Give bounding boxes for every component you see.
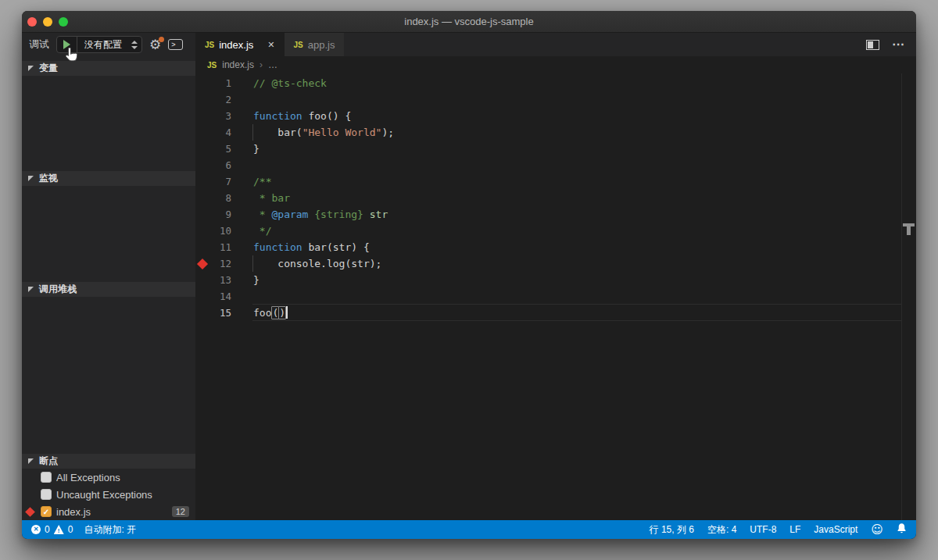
code-line-4[interactable]: 4 bar("Hello World"); — [195, 124, 916, 141]
code-line-3[interactable]: 3function foo() { — [195, 108, 916, 124]
problems-status[interactable]: 0 0 — [31, 524, 73, 535]
breakpoint-gutter[interactable] — [195, 190, 209, 206]
bell-icon[interactable] — [897, 523, 907, 537]
breakpoint-item[interactable]: Uncaught Exceptions — [22, 486, 195, 503]
split-editor-icon[interactable] — [866, 40, 879, 50]
code-text[interactable]: console.log(str); — [253, 255, 381, 272]
code-line-13[interactable]: 13} — [195, 272, 916, 288]
eol-status[interactable]: LF — [789, 524, 800, 535]
breakpoint-gutter[interactable] — [195, 75, 209, 91]
line-number[interactable]: 3 — [209, 108, 231, 124]
line-number[interactable]: 5 — [209, 141, 231, 157]
code-line-1[interactable]: 1// @ts-check — [195, 75, 916, 91]
section-title: 断点 — [39, 455, 58, 468]
code-text[interactable]: } — [253, 141, 260, 157]
code-line-7[interactable]: 7/** — [195, 173, 916, 190]
breadcrumb-file[interactable]: index.js — [222, 59, 254, 70]
breakpoint-gutter[interactable] — [195, 223, 209, 239]
code-line-9[interactable]: 9 * @param {string} str — [195, 206, 916, 223]
encoding-status[interactable]: UTF-8 — [750, 524, 776, 535]
close-window-button[interactable] — [27, 17, 37, 27]
feedback-smiley-icon[interactable]: ☺ — [871, 524, 883, 536]
line-number[interactable]: 15 — [209, 305, 231, 321]
breakpoint-gutter[interactable] — [195, 255, 209, 272]
code-line-10[interactable]: 10 */ — [195, 223, 916, 239]
close-tab-icon[interactable]: ✕ — [267, 40, 274, 50]
code-text[interactable]: function foo() { — [253, 108, 351, 124]
code-text[interactable]: } — [253, 272, 260, 288]
code-text[interactable]: bar("Hello World"); — [253, 124, 394, 141]
breakpoint-gutter[interactable] — [195, 91, 209, 108]
code-line-15[interactable]: 15foo() — [195, 305, 916, 321]
count-badge: 12 — [172, 506, 189, 517]
code-text[interactable]: * @param {string} str — [253, 206, 388, 223]
code-line-5[interactable]: 5} — [195, 141, 916, 157]
breakpoint-gutter[interactable] — [195, 305, 209, 321]
breakpoint-gutter[interactable] — [195, 206, 209, 223]
minimize-window-button[interactable] — [43, 17, 52, 27]
breakpoint-gutter[interactable] — [195, 124, 209, 141]
code-line-6[interactable]: 6 — [195, 157, 916, 173]
line-number[interactable]: 7 — [209, 173, 231, 190]
code-text[interactable]: foo() — [253, 305, 288, 321]
overview-ruler[interactable] — [901, 73, 916, 520]
code-text[interactable]: function bar(str) { — [253, 239, 370, 255]
dropdown-stepper-icon[interactable] — [129, 41, 141, 49]
breakpoint-checkbox[interactable] — [41, 472, 52, 483]
breakpoint-checkbox[interactable] — [41, 489, 52, 500]
breakpoint-gutter[interactable] — [195, 141, 209, 157]
indentation-status[interactable]: 空格: 4 — [707, 523, 736, 537]
breakpoint-item[interactable]: All Exceptions — [22, 469, 195, 486]
code-editor[interactable]: 1// @ts-check23function foo() {4 bar("He… — [195, 73, 916, 520]
code-line-8[interactable]: 8 * bar — [195, 190, 916, 206]
configure-gear-button[interactable]: ⚙ — [149, 38, 161, 52]
breakpoint-checkbox[interactable]: ✓ — [41, 506, 52, 517]
tab-index-js[interactable]: JS index.js ✕ — [195, 33, 285, 56]
section-header-breakpoints[interactable]: 断点 — [22, 454, 195, 469]
breakpoint-gutter[interactable] — [195, 272, 209, 288]
cursor-position-status[interactable]: 行 15, 列 6 — [650, 523, 694, 537]
line-number[interactable]: 14 — [209, 288, 231, 305]
line-number[interactable]: 2 — [209, 91, 231, 108]
line-number[interactable]: 6 — [209, 157, 231, 173]
breakpoint-gutter[interactable] — [195, 173, 209, 190]
section-header-callstack[interactable]: 调用堆栈 — [22, 282, 195, 297]
watch-panel[interactable] — [22, 186, 195, 282]
code-text[interactable]: */ — [253, 223, 271, 239]
line-number[interactable]: 9 — [209, 206, 231, 223]
code-line-14[interactable]: 14 — [195, 288, 916, 305]
code-text[interactable]: /** — [253, 173, 271, 190]
code-text[interactable]: * bar — [253, 190, 290, 206]
line-number[interactable]: 1 — [209, 75, 231, 91]
code-text[interactable]: // @ts-check — [253, 75, 327, 91]
breadcrumb[interactable]: JS index.js › … — [195, 56, 916, 73]
zoom-window-button[interactable] — [59, 17, 68, 27]
language-mode-status[interactable]: JavaScript — [814, 524, 857, 535]
breakpoint-gutter[interactable] — [195, 288, 209, 305]
debug-console-button[interactable]: > — [168, 39, 183, 50]
tab-app-js[interactable]: JS app.js — [285, 33, 345, 56]
debug-config-dropdown[interactable]: 没有配置 — [77, 38, 129, 52]
breakpoint-item[interactable]: ✓index.js12 — [22, 503, 195, 520]
breadcrumb-more[interactable]: … — [268, 59, 277, 70]
callstack-panel[interactable] — [22, 297, 195, 454]
breakpoint-gutter[interactable] — [195, 157, 209, 173]
line-number[interactable]: 12 — [209, 255, 231, 272]
code-line-2[interactable]: 2 — [195, 91, 916, 108]
line-number[interactable]: 11 — [209, 239, 231, 255]
line-number[interactable]: 13 — [209, 272, 231, 288]
section-header-variables[interactable]: 变量 — [22, 61, 195, 76]
breakpoint-gutter[interactable] — [195, 239, 209, 255]
section-header-watch[interactable]: 监视 — [22, 171, 195, 186]
line-number[interactable]: 4 — [209, 124, 231, 141]
breakpoint-gutter[interactable] — [195, 108, 209, 124]
auto-attach-status[interactable]: 自动附加: 开 — [84, 523, 136, 537]
title-bar[interactable]: index.js — vscode-js-sample — [22, 11, 916, 33]
code-line-12[interactable]: 12 console.log(str); — [195, 255, 916, 272]
js-file-icon: JS — [207, 61, 217, 70]
variables-panel[interactable] — [22, 76, 195, 171]
more-actions-icon[interactable]: ⋯ — [892, 41, 905, 48]
line-number[interactable]: 8 — [209, 190, 231, 206]
line-number[interactable]: 10 — [209, 223, 231, 239]
code-line-11[interactable]: 11function bar(str) { — [195, 239, 916, 255]
